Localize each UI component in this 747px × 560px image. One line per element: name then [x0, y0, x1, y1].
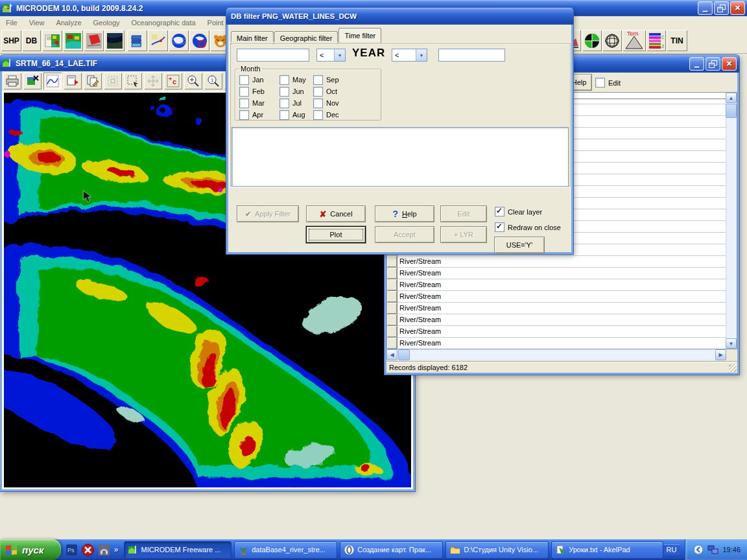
photoshop-quicklaunch-icon[interactable]: Ps	[66, 544, 77, 555]
month-jan-checkbox[interactable]	[239, 75, 249, 85]
month-jul-checkbox[interactable]	[279, 99, 289, 108]
restore-button[interactable]	[714, 1, 729, 15]
table-row[interactable]: River/Stream	[387, 326, 727, 338]
quadrant-circle-button[interactable]	[582, 30, 602, 51]
contour-button[interactable]: +c	[164, 73, 182, 89]
menu-analyze[interactable]: Analyze	[50, 18, 87, 28]
edit-button[interactable]: Edit	[440, 205, 487, 222]
row-selector[interactable]	[387, 268, 397, 279]
table-row[interactable]: River/Stream	[387, 291, 727, 303]
table-row[interactable]: River/Stream	[387, 279, 727, 291]
help-button[interactable]: ? Help	[375, 205, 434, 222]
month-feb-checkbox[interactable]	[239, 87, 249, 97]
table-row[interactable]: River/Stream	[387, 338, 727, 349]
month-may-checkbox[interactable]	[279, 75, 289, 85]
row-selector[interactable]	[387, 279, 397, 290]
month-dec-checkbox[interactable]	[313, 110, 323, 120]
dropdown-arrow-icon[interactable]	[334, 49, 345, 61]
tab-time-filter[interactable]: Time filter	[338, 28, 381, 43]
table-row[interactable]: River/Stream	[387, 303, 727, 314]
terrain-map-button[interactable]	[63, 30, 83, 51]
scroll-right-button[interactable]	[715, 349, 726, 360]
database-stack-button[interactable]	[127, 30, 147, 51]
network-tray-icon[interactable]	[707, 545, 718, 555]
wireframe-globe-button[interactable]	[602, 30, 622, 51]
route-map-button[interactable]	[148, 30, 168, 51]
taskbar-item-akelpad[interactable]: Уроки.txt - AkelPad	[551, 541, 663, 559]
taskbar-item-database4[interactable]: dataBase4_river_stre...	[234, 541, 337, 559]
use-y-button[interactable]: USE='Y'	[494, 237, 545, 253]
taskbar-item-opera[interactable]: Создание карт. Прак...	[340, 541, 443, 559]
row-selector[interactable]	[387, 314, 397, 325]
row-selector[interactable]	[387, 326, 397, 337]
dropdown-arrow-icon[interactable]	[416, 49, 427, 61]
resize-grip[interactable]	[729, 364, 737, 372]
menu-geology[interactable]: Geology	[88, 18, 126, 28]
filter-memo-box[interactable]	[231, 127, 569, 187]
month-aug-checkbox[interactable]	[279, 110, 289, 120]
apply-filter-button[interactable]: ✔ Apply Filter	[237, 205, 299, 222]
horizontal-scrollbar[interactable]	[386, 349, 726, 360]
row-selector[interactable]	[387, 338, 397, 349]
row-selector[interactable]	[387, 291, 397, 302]
zoom-1to1-button[interactable]: 1	[204, 73, 222, 89]
table-edit-checkbox[interactable]	[595, 78, 605, 88]
shp-button[interactable]: SHP	[1, 30, 21, 51]
month-sep-checkbox[interactable]	[313, 75, 323, 85]
zoom-in-button[interactable]	[184, 73, 202, 89]
menu-oceanographic-data[interactable]: Oceanographic data	[126, 18, 202, 28]
year-from-input[interactable]	[237, 49, 309, 62]
quicklaunch-overflow-chevron[interactable]: »	[114, 545, 119, 554]
year-to-input[interactable]	[438, 49, 505, 62]
copy-map-button[interactable]	[84, 73, 102, 89]
menu-file[interactable]: File	[0, 18, 23, 28]
redraw-on-close-checkbox[interactable]	[495, 222, 504, 232]
row-selector[interactable]	[387, 303, 397, 314]
map-overlay-button[interactable]	[23, 73, 42, 89]
print-map-button[interactable]	[3, 73, 21, 89]
menu-view[interactable]: View	[23, 18, 51, 28]
plot-button[interactable]: Plot	[306, 226, 366, 243]
drape-map-button[interactable]	[84, 30, 104, 51]
profile-tool-button[interactable]	[43, 73, 62, 89]
year-operator2-combo[interactable]: <	[392, 49, 427, 62]
db-button[interactable]: DB	[22, 30, 41, 51]
dialog-titlebar[interactable]: DB filter PNG_WATER_LINES_DCW	[226, 8, 573, 25]
accept-button[interactable]: Accept	[375, 226, 434, 243]
month-mar-checkbox[interactable]	[239, 99, 249, 108]
table-maximize-button[interactable]	[706, 57, 720, 71]
table-row[interactable]: River/Stream	[387, 256, 727, 268]
globe-projection-button[interactable]	[189, 30, 209, 51]
horizontal-scroll-thumb[interactable]	[398, 349, 410, 360]
clear-layer-checkbox[interactable]	[495, 207, 504, 216]
table-close-button[interactable]	[722, 57, 737, 71]
table-minimize-button[interactable]	[689, 57, 704, 71]
table-row[interactable]: River/Stream	[387, 268, 727, 279]
add-layer-button[interactable]: + LYR	[440, 226, 487, 243]
language-indicator[interactable]: RU	[663, 544, 680, 555]
subset-select-button[interactable]	[124, 73, 142, 89]
cancel-button[interactable]: ✘ Cancel	[306, 205, 366, 222]
stratigraphy-button[interactable]: CZ	[646, 30, 666, 51]
close-button[interactable]	[730, 1, 745, 15]
tern-button[interactable]: Tern	[622, 30, 646, 51]
taskbar-item-microdem[interactable]: MICRODEM Freeware ...	[124, 541, 232, 559]
start-button[interactable]: пуск	[0, 539, 61, 560]
pan-button-disabled[interactable]	[144, 73, 162, 89]
vertical-scroll-thumb[interactable]	[726, 104, 737, 118]
hide-tray-icons-button[interactable]	[693, 544, 704, 555]
red-x-quicklaunch-icon[interactable]	[82, 544, 94, 556]
map-collage-button[interactable]	[42, 30, 62, 51]
month-jun-checkbox[interactable]	[279, 87, 289, 97]
month-oct-checkbox[interactable]	[313, 87, 323, 97]
scroll-left-button[interactable]	[386, 349, 397, 360]
month-nov-checkbox[interactable]	[313, 99, 323, 108]
year-operator1-combo[interactable]: <	[316, 49, 346, 62]
scroll-down-button[interactable]	[726, 338, 737, 349]
headphones-quicklaunch-icon[interactable]	[99, 544, 110, 555]
minimize-button[interactable]	[698, 1, 713, 15]
globe-button[interactable]	[169, 30, 189, 51]
taskbar-item-folder[interactable]: D:\Студия Unity Visio...	[445, 541, 549, 559]
month-apr-checkbox[interactable]	[239, 110, 249, 120]
row-selector[interactable]	[387, 256, 397, 267]
